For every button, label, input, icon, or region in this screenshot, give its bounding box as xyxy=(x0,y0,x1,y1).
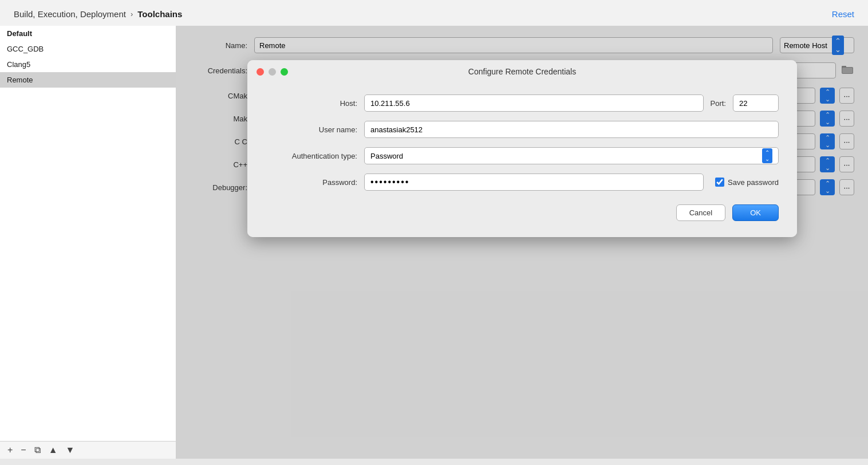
cancel-button[interactable]: Cancel xyxy=(676,204,725,221)
remove-button[interactable]: − xyxy=(18,444,29,456)
password-input[interactable] xyxy=(364,174,704,191)
sidebar-toolbar: + − ⧉ ▲ ▼ xyxy=(0,441,176,459)
breadcrumb: Build, Execution, Deployment › Toolchain… xyxy=(14,9,182,19)
main-layout: Default GCC_GDB Clang5 Remote + − ⧉ ▲ ▼ … xyxy=(0,26,868,459)
reset-button[interactable]: Reset xyxy=(832,9,854,19)
content-area: Name: Remote Host ⌃⌄ Credentials: CMak xyxy=(176,26,868,459)
header: Build, Execution, Deployment › Toolchain… xyxy=(0,0,868,26)
copy-button[interactable]: ⧉ xyxy=(31,444,44,456)
dialog-body: Host: Port: User name: Authentication ty… xyxy=(247,83,797,237)
port-input[interactable] xyxy=(733,94,779,112)
sidebar-list: Default GCC_GDB Clang5 Remote xyxy=(0,26,176,441)
sidebar: Default GCC_GDB Clang5 Remote + − ⧉ ▲ ▼ xyxy=(0,26,176,459)
auth-type-chevron-icon: ⌃⌄ xyxy=(762,148,772,163)
breadcrumb-separator: › xyxy=(131,10,133,18)
host-label: Host: xyxy=(266,99,357,108)
host-port-row: Host: Port: xyxy=(266,94,779,112)
password-row: Password: Save password xyxy=(266,174,779,191)
auth-type-row: Authentication type: Password ⌃⌄ xyxy=(266,147,779,164)
port-label: Port: xyxy=(711,99,726,108)
configure-remote-credentials-dialog: Configure Remote Credentials Host: Port:… xyxy=(247,60,797,237)
username-label: User name: xyxy=(266,125,357,134)
dialog-title: Configure Remote Credentials xyxy=(259,67,786,76)
dialog-buttons: Cancel OK xyxy=(266,204,779,221)
sidebar-item-remote[interactable]: Remote xyxy=(0,72,176,88)
password-label: Password: xyxy=(266,178,357,187)
close-window-button[interactable] xyxy=(257,68,264,76)
username-input[interactable] xyxy=(364,121,779,138)
move-up-button[interactable]: ▲ xyxy=(46,444,61,456)
sidebar-item-gcc-gdb[interactable]: GCC_GDB xyxy=(0,41,176,57)
sidebar-item-clang5[interactable]: Clang5 xyxy=(0,57,176,72)
save-password-row: Save password xyxy=(715,178,779,187)
save-password-label: Save password xyxy=(728,178,779,187)
username-row: User name: xyxy=(266,121,779,138)
minimize-window-button[interactable] xyxy=(269,68,276,76)
auth-type-dropdown[interactable]: Password ⌃⌄ xyxy=(364,147,779,164)
breadcrumb-section: Build, Execution, Deployment xyxy=(14,9,126,19)
add-button[interactable]: + xyxy=(5,444,15,456)
traffic-lights xyxy=(257,68,288,76)
breadcrumb-page: Toolchains xyxy=(137,9,182,19)
dialog-titlebar: Configure Remote Credentials xyxy=(247,60,797,83)
modal-backdrop: Configure Remote Credentials Host: Port:… xyxy=(176,26,868,459)
host-input[interactable] xyxy=(364,94,704,112)
ok-button[interactable]: OK xyxy=(732,204,779,221)
save-password-checkbox[interactable] xyxy=(715,178,724,187)
move-down-button[interactable]: ▼ xyxy=(63,444,78,456)
sidebar-item-default[interactable]: Default xyxy=(0,26,176,41)
auth-type-label: Authentication type: xyxy=(266,152,357,160)
maximize-window-button[interactable] xyxy=(281,68,288,76)
